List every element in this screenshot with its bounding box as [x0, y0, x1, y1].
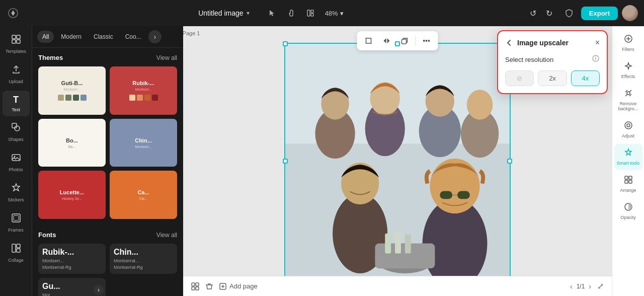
- theme-card-lucette[interactable]: Lucette... Haskey-Se...: [38, 171, 106, 219]
- font-card-rubik[interactable]: Rubik-... Montserr... Montserrat-Rg: [38, 244, 106, 274]
- svg-rect-41: [196, 283, 199, 286]
- shield-icon-btn[interactable]: [561, 5, 577, 21]
- next-page-btn[interactable]: ›: [589, 282, 591, 290]
- avatar[interactable]: [622, 5, 638, 21]
- sidebar-item-photos-label: Photos: [9, 167, 23, 173]
- themes-view-all[interactable]: View all: [156, 54, 177, 61]
- filter-tab-modern[interactable]: Modern: [56, 31, 87, 43]
- topbar-tools: 48% ▾: [264, 5, 348, 21]
- popup-close-button[interactable]: ×: [595, 38, 600, 47]
- sidebar-item-stickers[interactable]: Stickers: [3, 179, 30, 207]
- sidebar-item-templates[interactable]: Templates: [3, 30, 30, 58]
- page-nav: ‹ 1/1 ›: [570, 282, 591, 290]
- effects-icon: [624, 61, 633, 72]
- font-sub2-chin: Montserrat-Rg: [114, 265, 173, 270]
- export-button[interactable]: Export: [581, 7, 618, 20]
- prev-page-btn[interactable]: ‹: [570, 282, 573, 290]
- grid-view-btn[interactable]: [191, 282, 199, 290]
- themes-grid: Guti-B... Montserr... Rubik-... Montse: [38, 66, 177, 219]
- filter-tabs: All Modern Classic Coo... ›: [32, 26, 183, 48]
- delete-btn[interactable]: [205, 282, 213, 290]
- redo-button[interactable]: ↻: [542, 6, 557, 21]
- bottombar-right: ‹ 1/1 › ⤢: [570, 281, 604, 291]
- sidebar-item-upload[interactable]: Upload: [3, 60, 30, 89]
- handle-top-center[interactable]: [395, 41, 400, 46]
- right-tool-effects[interactable]: Effects: [614, 57, 642, 84]
- right-tool-remove-bg-label: Remove backgro...: [616, 101, 640, 112]
- res-option-4x[interactable]: 4x: [571, 70, 600, 86]
- svg-rect-52: [629, 180, 632, 183]
- svg-rect-33: [457, 191, 470, 199]
- zoom-control[interactable]: 48% ▾: [321, 8, 348, 19]
- theme-card-guti[interactable]: Guti-B... Montserr...: [38, 66, 106, 115]
- theme-card-bo[interactable]: Bo... Ne...: [38, 119, 106, 167]
- right-tool-filters[interactable]: Filters: [614, 30, 642, 56]
- smart-tools-icon: [624, 148, 633, 159]
- filter-tab-cool[interactable]: Coo...: [120, 31, 146, 43]
- collage-icon: [11, 243, 21, 256]
- sidebar-item-templates-label: Templates: [6, 49, 26, 54]
- topbar-center: Untitled image ▾ 48% ▾: [25, 5, 521, 21]
- crop-tool-btn[interactable]: [361, 33, 376, 48]
- handle-top-left[interactable]: [283, 41, 288, 46]
- right-tool-adjust[interactable]: Adjust: [614, 117, 642, 143]
- theme-card-chin[interactable]: Chin... Montserr...: [110, 119, 177, 167]
- doc-title-area[interactable]: Untitled image ▾: [198, 9, 250, 17]
- app-logo[interactable]: [6, 6, 20, 20]
- fonts-view-all[interactable]: View all: [156, 232, 177, 239]
- remove-bg-icon: [624, 89, 633, 100]
- stickers-icon: [11, 183, 21, 195]
- handle-middle-left[interactable]: [283, 159, 288, 164]
- fonts-more-button[interactable]: ›: [94, 285, 104, 295]
- font-card-chin[interactable]: Chin... Montserrat... Montserrat-Rg: [110, 244, 177, 274]
- right-tool-smart-tools[interactable]: Smart tools: [614, 144, 642, 170]
- res-option-original[interactable]: ⊘: [505, 70, 534, 86]
- fonts-title: Fonts: [38, 231, 56, 239]
- sidebar-item-frames[interactable]: Frames: [3, 209, 30, 237]
- more-tool-btn[interactable]: •••: [419, 33, 434, 48]
- right-tool-arrange[interactable]: Arrange: [614, 171, 642, 197]
- svg-rect-42: [192, 287, 195, 290]
- filter-tab-all[interactable]: All: [37, 31, 54, 43]
- themes-title: Themes: [38, 54, 63, 61]
- filter-more-button[interactable]: ›: [148, 30, 162, 43]
- pan-tool-btn[interactable]: [283, 5, 300, 21]
- font-card-gu[interactable]: Gu... Mor... ›: [38, 278, 106, 296]
- right-tool-opacity-label: Opacity: [620, 215, 636, 220]
- undo-button[interactable]: ↺: [526, 6, 541, 21]
- sidebar-item-photos[interactable]: Photos: [3, 149, 30, 177]
- page-label: Page 1: [183, 30, 200, 36]
- sidebar-item-collage[interactable]: Collage: [3, 239, 30, 267]
- svg-point-46: [627, 92, 630, 95]
- canvas-photo: [285, 44, 510, 276]
- upload-icon: [11, 64, 21, 77]
- sidebar-item-text[interactable]: T Text: [3, 91, 30, 117]
- popup-back-button[interactable]: [505, 39, 513, 47]
- layout-tool-btn[interactable]: [302, 5, 319, 21]
- svg-rect-32: [440, 191, 452, 199]
- right-tool-remove-bg[interactable]: Remove backgro...: [614, 85, 642, 116]
- add-page-button[interactable]: Add page: [219, 282, 258, 290]
- expand-canvas-btn[interactable]: ⤢: [597, 281, 604, 291]
- font-display-gu: Gu...: [42, 282, 102, 291]
- theme-name-rubik: Rubik-...: [132, 80, 154, 86]
- handle-middle-right[interactable]: [507, 159, 512, 164]
- theme-card-ca[interactable]: Ca... Cle...: [110, 171, 177, 219]
- right-tool-adjust-label: Adjust: [622, 133, 634, 139]
- font-sub-rubik: Montserr...: [42, 258, 102, 263]
- shapes-icon: [11, 122, 21, 135]
- theme-card-rubik[interactable]: Rubik-... Montserr...: [110, 66, 177, 115]
- res-option-2x[interactable]: 2x: [538, 70, 567, 86]
- themes-section: Themes View all Guti-B... Montserr...: [32, 48, 183, 225]
- filter-tab-classic[interactable]: Classic: [89, 31, 118, 43]
- canvas-toolbar: •••: [357, 31, 438, 50]
- arrange-icon: [624, 175, 633, 186]
- undo-redo-group: ↺ ↻: [526, 6, 557, 21]
- right-tool-opacity[interactable]: Opacity: [614, 198, 642, 225]
- flip-tool-btn[interactable]: [379, 33, 394, 48]
- svg-rect-14: [12, 244, 16, 252]
- cursor-tool-btn[interactable]: [264, 5, 281, 21]
- svg-rect-6: [12, 40, 16, 43]
- resolution-info-button[interactable]: [592, 54, 600, 64]
- sidebar-item-shapes[interactable]: Shapes: [3, 118, 30, 146]
